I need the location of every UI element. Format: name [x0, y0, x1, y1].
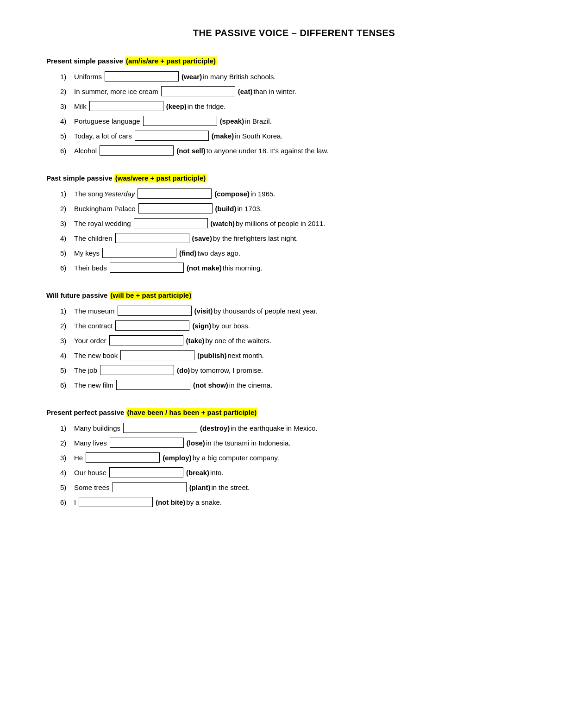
sentence-text: Portuguese language	[74, 117, 140, 125]
exercise-list-will-future: 1)The museum(visit) by thousands of peop…	[46, 306, 542, 390]
sentence-text: Uniforms	[74, 73, 102, 81]
answer-input[interactable]	[86, 452, 160, 463]
list-item: 2)In summer, more ice cream(eat) than in…	[60, 86, 542, 96]
sentence-text: in 1703.	[237, 205, 262, 213]
item-number: 3)	[60, 454, 73, 462]
answer-input[interactable]	[161, 86, 235, 96]
sentence-text: Today, a lot of cars	[74, 132, 132, 140]
item-number: 2)	[60, 439, 73, 447]
answer-input[interactable]	[79, 497, 153, 507]
section-title-plain: Past simple passive	[46, 174, 114, 182]
item-number: 5)	[60, 366, 73, 374]
answer-input[interactable]	[110, 263, 184, 273]
sentence-text: Some trees	[74, 483, 110, 491]
answer-input[interactable]	[115, 320, 189, 331]
answer-input[interactable]	[135, 131, 209, 141]
sentence-text: The children	[74, 234, 113, 242]
item-number: 6)	[60, 147, 73, 155]
sentence-text: by a snake.	[186, 498, 222, 506]
verb-hint: (eat)	[238, 88, 253, 95]
verb-hint: (watch)	[211, 220, 235, 227]
item-number: 2)	[60, 322, 73, 330]
sentence-text: Many lives	[74, 439, 107, 447]
item-number: 2)	[60, 205, 73, 213]
verb-hint: (publish)	[197, 351, 226, 359]
verb-hint: (keep)	[166, 102, 187, 110]
verb-hint: (plant)	[189, 483, 211, 491]
section-title-present-simple: Present simple passive (am/is/are + past…	[46, 57, 542, 65]
answer-input[interactable]	[118, 306, 192, 316]
section-past-simple: Past simple passive (was/were + past par…	[46, 174, 542, 273]
answer-input[interactable]	[110, 438, 184, 448]
item-number: 1)	[60, 73, 73, 81]
list-item: 5)Today, a lot of cars(make) in South Ko…	[60, 131, 542, 141]
sentence-text: Many buildings	[74, 424, 120, 432]
verb-hint: (build)	[215, 205, 237, 213]
item-number: 6)	[60, 498, 73, 506]
item-number: 4)	[60, 117, 73, 125]
answer-input[interactable]	[123, 423, 197, 433]
verb-hint: (not show)	[193, 381, 228, 389]
sentence-text: in the earthquake in Mexico.	[231, 424, 318, 432]
answer-input[interactable]	[89, 101, 163, 111]
section-title-highlight: (will be + past participle)	[110, 291, 193, 300]
answer-input[interactable]	[105, 71, 179, 82]
answer-input[interactable]	[143, 116, 217, 126]
verb-hint: (not make)	[187, 264, 222, 272]
verb-hint: (make)	[212, 132, 234, 140]
answer-input[interactable]	[113, 482, 187, 492]
sentence-text: The job	[74, 366, 97, 374]
sentence-text: next month.	[228, 351, 264, 359]
verb-hint: (do)	[177, 366, 190, 374]
section-title-plain: Present perfect passive	[46, 408, 126, 416]
section-will-future: Will future passive (will be + past part…	[46, 291, 542, 390]
sentence-text: by millions of people in 2011.	[236, 220, 325, 227]
section-present-perfect: Present perfect passive (have been / has…	[46, 408, 542, 507]
sentence-text: in the street.	[212, 483, 250, 491]
verb-hint: (destroy)	[200, 424, 230, 432]
item-number: 3)	[60, 102, 73, 110]
section-title-plain: Will future passive	[46, 291, 110, 299]
item-number: 1)	[60, 190, 73, 198]
answer-input[interactable]	[109, 467, 183, 477]
sentence-text: Milk	[74, 102, 87, 110]
list-item: 4)Portuguese language(speak) in Brazil.	[60, 116, 542, 126]
sentence-text: He	[74, 454, 83, 462]
section-title-highlight: (have been / has been + past participle)	[126, 408, 258, 417]
section-title-will-future: Will future passive (will be + past part…	[46, 291, 542, 299]
list-item: 2)Many lives(lose) in the tsunami in Ind…	[60, 438, 542, 448]
verb-hint: (find)	[179, 249, 196, 257]
answer-input[interactable]	[138, 203, 213, 213]
verb-hint: (employ)	[163, 454, 192, 462]
answer-input[interactable]	[120, 350, 194, 360]
list-item: 1)Uniforms(wear) in many British schools…	[60, 71, 542, 82]
item-number: 2)	[60, 88, 73, 95]
sentence-text: in Brazil.	[245, 117, 272, 125]
answer-input[interactable]	[115, 233, 189, 243]
answer-input[interactable]	[100, 365, 174, 375]
sentence-text: in the cinema.	[229, 381, 272, 389]
verb-hint: (compose)	[214, 190, 250, 198]
sentence-text: Their beds	[74, 264, 107, 272]
item-number: 3)	[60, 220, 73, 227]
verb-hint: (break)	[186, 469, 209, 477]
sentence-text: The contract	[74, 322, 113, 330]
answer-input[interactable]	[109, 335, 183, 345]
list-item: 5)My keys(find) two days ago.	[60, 248, 542, 258]
sentence-text: two days ago.	[198, 249, 241, 257]
answer-input[interactable]	[102, 248, 176, 258]
answer-input[interactable]	[134, 218, 208, 228]
sentence-text: The new film	[74, 381, 113, 389]
answer-input[interactable]	[116, 380, 190, 390]
sentence-text: by one of the waiters.	[206, 337, 272, 345]
list-item: 5)The job(do) by tomorrow, I promise.	[60, 365, 542, 375]
list-item: 4)The new book(publish) next month.	[60, 350, 542, 360]
list-item: 6)Their beds(not make) this morning.	[60, 263, 542, 273]
verb-hint: (visit)	[194, 307, 213, 315]
sentence-text: by tomorrow, I promise.	[191, 366, 263, 374]
answer-input[interactable]	[138, 188, 212, 199]
answer-input[interactable]	[100, 145, 174, 156]
verb-hint: (not sell)	[176, 147, 206, 155]
list-item: 2)Buckingham Palace(build) in 1703.	[60, 203, 542, 213]
list-item: 6)Alcohol(not sell) to anyone under 18. …	[60, 145, 542, 156]
